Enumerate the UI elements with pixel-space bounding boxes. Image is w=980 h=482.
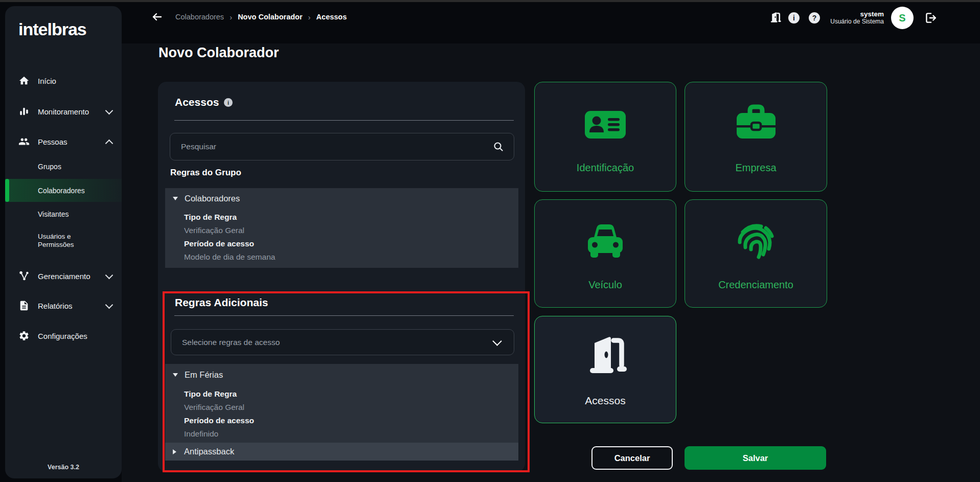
chevron-up-icon (105, 140, 113, 148)
tree-item-em-ferias[interactable]: Em Férias (173, 370, 223, 380)
user-role: Usuário de Sistema (815, 18, 884, 25)
door-icon (581, 332, 630, 381)
step-card-credenciamento[interactable]: Credenciamento (685, 199, 827, 308)
sidebar-item-gerenciamento[interactable]: Gerenciamento (5, 268, 122, 284)
sidebar-item-label: Pessoas (38, 137, 67, 146)
group-rule-block: Colaboradores Tipo de Regra Verificação … (165, 188, 518, 268)
cancel-button[interactable]: Cancelar (591, 446, 673, 470)
breadcrumb-separator: › (308, 13, 311, 21)
sidebar-subitem-label: Visitantes (38, 210, 69, 218)
step-card-acessos-active[interactable]: Acessos (534, 316, 676, 423)
sidebar-item-pessoas[interactable]: Pessoas (5, 134, 122, 149)
rule-fields: Tipo de Regra Verificação Geral Período … (184, 387, 254, 441)
avatar[interactable]: S (891, 7, 914, 29)
sidebar-item-relatorios[interactable]: Relatórios (5, 298, 122, 313)
panel-title: Acessos (175, 96, 219, 108)
caret-right-icon (173, 449, 176, 454)
info-icon[interactable]: i (224, 98, 233, 107)
car-icon (581, 217, 630, 266)
bar-chart-icon (18, 106, 30, 117)
breadcrumb-item-colaboradores[interactable]: Colaboradores (175, 13, 224, 21)
field-label: Tipo de Regra (184, 211, 275, 224)
home-icon (18, 75, 30, 86)
field-value: Modelo de dia de semana (184, 250, 275, 264)
breadcrumb: Colaboradores › Novo Colaborador › Acess… (175, 10, 347, 24)
group-rules-label: Regras do Grupo (170, 168, 241, 178)
divider (174, 120, 514, 121)
field-value: Verificação Geral (184, 401, 254, 414)
sidebar-item-label: Configurações (38, 332, 87, 340)
info-icon[interactable]: i (788, 12, 800, 24)
field-value: Indefinido (184, 427, 254, 441)
search-box (170, 133, 514, 160)
save-button[interactable]: Salvar (685, 446, 826, 470)
sidebar-item-label: Monitoramento (38, 107, 89, 116)
sidebar-item-colaboradores-active[interactable]: Colaboradores (5, 179, 122, 202)
hub-icon (18, 270, 30, 282)
breadcrumb-item-novo-colaborador: Novo Colaborador (238, 13, 302, 21)
tree-item-colaboradores[interactable]: Colaboradores (173, 194, 240, 203)
briefcase-icon (732, 100, 781, 149)
breadcrumb-separator: › (230, 13, 232, 21)
additional-rules-title: Regras Adicionais (175, 296, 268, 309)
user-info: system Usuário de Sistema (815, 10, 884, 25)
id-card-icon (581, 100, 630, 149)
caret-down-icon (173, 197, 178, 200)
version-label: Versão 3.2 (5, 464, 122, 471)
sidebar-item-configuracoes[interactable]: Configurações (5, 328, 122, 343)
sidebar: intelbras Início Monitoramento Pessoas G… (5, 6, 122, 478)
people-icon (18, 136, 30, 147)
step-card-empresa[interactable]: Empresa (685, 82, 827, 192)
sidebar-subitem-label: Grupos (38, 163, 61, 171)
active-indicator-bar (5, 179, 9, 202)
avatar-initial: S (899, 12, 905, 24)
field-label: Tipo de Regra (184, 387, 254, 401)
step-card-label: Identificação (577, 162, 634, 174)
page-title: Novo Colaborador (158, 45, 279, 61)
step-card-label: Empresa (735, 162, 776, 174)
step-card-label: Acessos (585, 395, 625, 407)
window-top-strip (0, 0, 980, 2)
chevron-down-icon (105, 107, 113, 115)
document-icon (18, 300, 30, 311)
sidebar-item-visitantes[interactable]: Visitantes (5, 206, 122, 222)
chevron-down-icon (492, 336, 502, 346)
sidebar-item-grupos[interactable]: Grupos (5, 159, 122, 174)
sidebar-item-label: Relatórios (38, 302, 73, 310)
caret-down-icon (173, 373, 178, 377)
breadcrumb-item-acessos: Acessos (316, 13, 347, 21)
info-icon-glyph: i (788, 12, 800, 24)
access-rules-select[interactable]: Selecione regras de acesso (171, 329, 514, 355)
tree-item-antipassback[interactable]: Antipassback (165, 443, 518, 461)
app-root: intelbras Início Monitoramento Pessoas G… (0, 0, 980, 482)
rule-fields: Tipo de Regra Verificação Geral Período … (184, 211, 275, 264)
intelbras-logo: intelbras (18, 19, 86, 39)
sidebar-item-label: Início (38, 77, 56, 85)
step-card-identificacao[interactable]: Identificação (534, 82, 676, 192)
back-arrow-icon[interactable] (149, 10, 165, 24)
search-input[interactable] (170, 142, 492, 151)
access-panel: Acessos i Regras do Grupo Colaboradores … (158, 82, 525, 472)
field-label: Período de acesso (184, 414, 254, 427)
sidebar-item-inicio[interactable]: Início (5, 73, 122, 88)
door-status-icon[interactable] (768, 11, 782, 25)
chevron-down-icon (105, 301, 113, 309)
logout-icon[interactable] (923, 11, 938, 25)
chevron-down-icon (105, 271, 113, 280)
gear-icon (18, 330, 30, 341)
additional-rule-block: Em Férias Tipo de Regra Verificação Gera… (165, 364, 518, 443)
sidebar-subitem-label: Colaboradores (38, 187, 85, 195)
sidebar-item-usuarios-permissoes[interactable]: Usuários e Permissões (5, 232, 122, 250)
divider (174, 315, 514, 316)
step-card-label: Credenciamento (718, 279, 793, 291)
search-icon[interactable] (492, 141, 505, 153)
field-label: Período de acesso (184, 237, 275, 250)
sidebar-subitem-label: Usuários e Permissões (38, 233, 94, 249)
step-card-label: Veículo (588, 279, 622, 291)
sidebar-item-monitoramento[interactable]: Monitoramento (5, 104, 122, 119)
step-card-veiculo[interactable]: Veículo (534, 199, 676, 308)
select-placeholder: Selecione regras de acesso (171, 338, 494, 347)
sidebar-item-label: Gerenciamento (38, 272, 90, 281)
fingerprint-icon (732, 217, 781, 266)
user-name: system (815, 10, 884, 18)
